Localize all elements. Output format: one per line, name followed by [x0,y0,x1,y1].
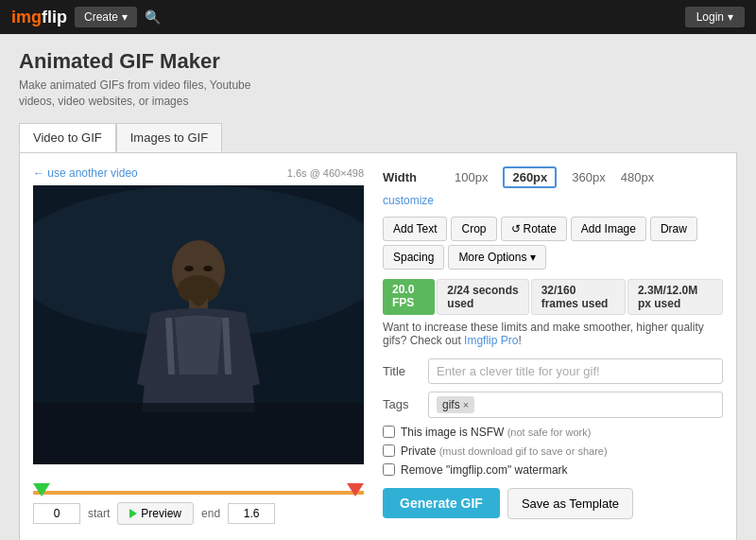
add-image-button[interactable]: Add Image [571,217,646,241]
spacing-button[interactable]: Spacing [383,245,444,270]
spacing-label: Spacing [393,251,434,264]
private-sub: (must download gif to save or share) [439,445,608,457]
nsfw-checkbox-row: This image is NSFW (not safe for work) [383,426,723,439]
tags-container[interactable]: gifs × [428,392,723,418]
save-template-button[interactable]: Save as Template [507,488,633,519]
watermark-label-text: Remove "imgflip.com" watermark [401,463,568,477]
watermark-label[interactable]: Remove "imgflip.com" watermark [401,463,568,477]
video-info: 1.6s @ 460×498 [287,167,364,179]
preview-label: Preview [141,507,181,520]
tag-gifs: gifs × [437,396,474,413]
stats-bar: 20.0 FPS 2/24 seconds used 32/160 frames… [383,279,723,315]
title-input[interactable] [428,358,723,384]
width-option-260[interactable]: 260px [503,166,557,188]
draw-label: Draw [661,222,687,235]
create-label: Create [84,10,118,24]
title-label: Title [383,364,421,378]
upgrade-link[interactable]: Imgflip Pro [464,334,518,347]
private-checkbox[interactable] [383,444,395,457]
end-label: end [201,507,220,520]
action-buttons: Generate GIF Save as Template [383,488,723,519]
create-button[interactable]: Create ▾ [75,7,137,27]
use-another-video-link[interactable]: ← use another video [33,166,138,180]
private-checkbox-row: Private (must download gif to save or sh… [383,444,723,458]
tab-images-to-gif[interactable]: Images to GIF [116,123,222,152]
video-frame [33,185,364,464]
private-label-text: Private [401,444,436,458]
crop-button[interactable]: Crop [451,217,496,241]
nsfw-checkbox[interactable] [383,426,395,438]
tab-images-to-gif-label: Images to GIF [130,131,208,145]
watermark-checkbox[interactable] [383,463,395,476]
svg-rect-7 [33,403,364,464]
video-container [33,185,364,464]
width-option-360[interactable]: 360px [572,170,605,184]
add-image-label: Add Image [581,222,636,235]
stat-px: 2.3M/12.0M px used [627,279,723,315]
private-label[interactable]: Private (must download gif to save or sh… [401,444,608,458]
width-option-480[interactable]: 480px [621,170,654,184]
timeline-controls: start Preview end [33,502,364,525]
nsfw-label-text: This image is NSFW [401,426,504,439]
add-text-label: Add Text [393,222,437,235]
upgrade-text-prefix: Want to increase these limits and make s… [383,321,704,347]
stat-frames: 32/160 frames used [531,279,626,315]
rotate-button[interactable]: ↺ Rotate [501,217,567,241]
svg-point-5 [184,266,194,271]
search-button[interactable]: 🔍 [145,9,161,25]
logo-accent: img [11,8,42,26]
title-row: Title [383,358,723,384]
tag-close-icon[interactable]: × [463,399,469,410]
header: imgflip Create ▾ 🔍 Login ▾ [0,0,756,34]
tab-video-to-gif-label: Video to GIF [33,131,102,145]
timeline-track[interactable] [33,491,364,495]
width-option-100[interactable]: 100px [455,170,488,184]
svg-point-6 [203,266,213,271]
video-top-bar: ← use another video 1.6s @ 460×498 [33,166,364,180]
tags-row: Tags gifs × [383,392,723,418]
start-label: start [88,507,110,520]
page-title: Animated GIF Maker [19,49,737,74]
customize-link[interactable]: customize [383,194,723,207]
add-text-button[interactable]: Add Text [383,217,447,241]
watermark-checkbox-row: Remove "imgflip.com" watermark [383,463,723,477]
login-button[interactable]: Login ▾ [685,7,745,27]
rotate-label: Rotate [524,222,557,235]
tab-video-to-gif[interactable]: Video to GIF [19,123,116,152]
width-selector: Width 100px 260px 360px 480px [383,166,723,188]
main-wrapper: Animated GIF Maker Make animated GIFs fr… [0,34,756,540]
left-panel: ← use another video 1.6s @ 460×498 [33,166,364,531]
stat-seconds: 2/24 seconds used [437,279,528,315]
content-panel: ← use another video 1.6s @ 460×498 [19,152,737,540]
timeline-handle-start[interactable] [33,483,50,496]
upgrade-suffix: ! [518,334,521,347]
header-left: imgflip Create ▾ 🔍 [11,7,161,27]
upgrade-text: Want to increase these limits and make s… [383,321,723,347]
end-time-input[interactable] [228,503,275,524]
tags-label: Tags [383,397,421,411]
stat-fps: 20.0 FPS [383,279,435,315]
crop-label: Crop [461,222,486,235]
tag-value: gifs [442,398,460,411]
preview-button[interactable]: Preview [117,502,194,525]
login-label: Login [696,10,724,24]
tabs: Video to GIF Images to GIF [19,123,737,152]
start-time-input[interactable] [33,503,80,524]
draw-button[interactable]: Draw [650,217,697,241]
width-label: Width [383,170,439,184]
more-options-button[interactable]: More Options ▾ [448,245,545,270]
nsfw-sub: (not safe for work) [507,427,592,438]
chevron-down-icon: ▾ [122,10,128,24]
header-right: Login ▾ [685,7,745,27]
timeline-area: start Preview end [33,472,364,531]
video-placeholder [33,185,364,464]
chevron-down-icon: ▾ [728,10,733,24]
play-icon [129,509,137,518]
more-options-label: More Options ▾ [458,251,535,264]
nsfw-label[interactable]: This image is NSFW (not safe for work) [401,426,591,439]
page-subtitle: Make animated GIFs from video files, You… [19,78,737,110]
logo: imgflip [11,8,67,27]
timeline-handle-end[interactable] [347,483,364,496]
toolbar: Add Text Crop ↺ Rotate Add Image Draw Sp… [383,217,723,270]
generate-gif-button[interactable]: Generate GIF [383,488,500,518]
